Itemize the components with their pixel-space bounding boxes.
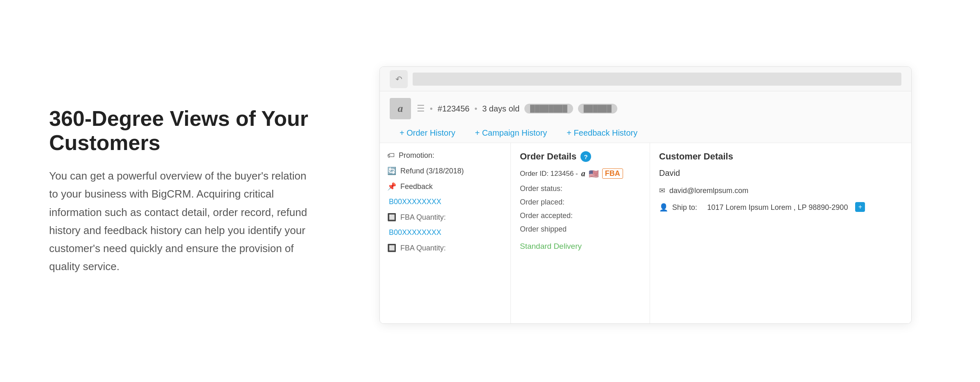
crm-card: ↶ a ☰ • #123456 • 3 days old ████████ ██…: [379, 66, 912, 324]
feedback-label: Feedback: [400, 182, 433, 191]
product1-id: B00XXXXXXXX: [389, 198, 441, 206]
fba1-row: 🔲 FBA Quantity:: [387, 213, 503, 222]
promotion-item: 🏷 Promotion:: [387, 151, 503, 160]
person-icon: 👤: [659, 203, 668, 212]
add-address-button[interactable]: +: [855, 202, 865, 212]
fba1-icon: 🔲: [387, 213, 396, 222]
customer-details-panel: Customer Details David ✉ david@loremlpsu…: [650, 143, 911, 323]
avatar: a: [390, 98, 411, 119]
page-wrapper: 360-Degree Views of Your Customers You c…: [0, 0, 980, 382]
main-description: You can get a powerful overview of the b…: [49, 167, 311, 275]
order-placed-row: Order placed:: [520, 198, 641, 207]
refund-label: Refund (3/18/2018): [400, 167, 464, 175]
ship-to-label: Ship to:: [672, 202, 697, 213]
tab-feedback-history[interactable]: + Feedback History: [557, 124, 647, 143]
customer-address: 1017 Lorem Ipsum Lorem , LP 98890-2900: [707, 202, 848, 213]
feedback-item: 📌 Feedback: [387, 182, 503, 191]
flag-icon: 🇺🇸: [589, 169, 599, 179]
content-area: 🏷 Promotion: 🔄 Refund (3/18/2018) 📌 Feed…: [380, 143, 911, 323]
tag-pill-2: ██████: [578, 104, 617, 114]
fba2-label: FBA Quantity:: [400, 244, 446, 252]
customer-details-header: Customer Details: [659, 151, 902, 162]
profile-meta: ☰ • #123456 • 3 days old ████████ ██████: [417, 103, 617, 114]
order-status-label: Order status:: [520, 184, 641, 193]
refund-icon: 🔄: [387, 166, 396, 175]
order-details-header: Order Details ?: [520, 151, 641, 162]
order-accepted-row: Order accepted:: [520, 211, 641, 220]
customer-email: david@loremlpsum.com: [669, 185, 748, 196]
order-shipped-label: Order shipped: [520, 225, 641, 234]
order-status-row: Order status:: [520, 184, 641, 193]
feedback-icon: 📌: [387, 182, 396, 191]
fba2-row: 🔲 FBA Quantity:: [387, 243, 503, 252]
help-icon[interactable]: ?: [580, 151, 591, 162]
order-id-row: Order ID: 123456 - a 🇺🇸 FBA: [520, 168, 641, 179]
customer-email-row: ✉ david@loremlpsum.com: [659, 185, 902, 196]
menu-icon: ☰: [417, 103, 425, 114]
order-shipped-row: Order shipped: [520, 225, 641, 234]
order-status-section: Order status: Order placed: Order accept…: [520, 184, 641, 251]
back-button[interactable]: ↶: [390, 70, 408, 88]
order-details-title: Order Details: [520, 151, 576, 162]
fba2-icon: 🔲: [387, 243, 396, 252]
order-id-text: Order ID: 123456 -: [520, 170, 578, 178]
right-column: ↶ a ☰ • #123456 • 3 days old ████████ ██…: [360, 58, 931, 324]
product2-id: B00XXXXXXXX: [389, 228, 441, 237]
promotion-icon: 🏷: [387, 151, 395, 160]
days-old: 3 days old: [482, 104, 519, 114]
delivery-label: Standard Delivery: [520, 242, 641, 251]
top-bar: ↶: [380, 67, 911, 91]
order-id: #123456: [438, 104, 470, 114]
promotion-label: Promotion:: [399, 151, 434, 160]
customer-name: David: [659, 168, 902, 178]
tab-campaign-history[interactable]: + Campaign History: [465, 124, 557, 143]
top-bar-search: [413, 73, 901, 86]
tab-order-history[interactable]: + Order History: [390, 124, 465, 143]
amazon-logo: a: [581, 169, 585, 178]
order-placed-label: Order placed:: [520, 198, 641, 207]
product2-link[interactable]: B00XXXXXXXX: [387, 228, 503, 237]
customer-address-row: 👤 Ship to: 1017 Lorem Ipsum Lorem , LP 9…: [659, 202, 902, 213]
dot-separator-2: •: [474, 104, 477, 114]
tabs-row: + Order History + Campaign History + Fee…: [380, 119, 911, 143]
refund-item: 🔄 Refund (3/18/2018): [387, 166, 503, 175]
order-details-panel: Order Details ? Order ID: 123456 - a 🇺🇸 …: [511, 143, 650, 323]
product1-link[interactable]: B00XXXXXXXX: [387, 198, 503, 206]
profile-row: a ☰ • #123456 • 3 days old ████████ ████…: [380, 91, 911, 119]
email-icon: ✉: [659, 186, 665, 195]
fba-badge: FBA: [602, 168, 623, 179]
fba1-label: FBA Quantity:: [400, 213, 446, 222]
left-column: 360-Degree Views of Your Customers You c…: [49, 107, 327, 276]
dot-separator: •: [430, 104, 433, 114]
tag-pill-1: ████████: [524, 104, 573, 114]
main-heading: 360-Degree Views of Your Customers: [49, 107, 311, 156]
left-panel: 🏷 Promotion: 🔄 Refund (3/18/2018) 📌 Feed…: [380, 143, 511, 323]
order-accepted-label: Order accepted:: [520, 211, 641, 220]
customer-details-title: Customer Details: [659, 151, 733, 162]
